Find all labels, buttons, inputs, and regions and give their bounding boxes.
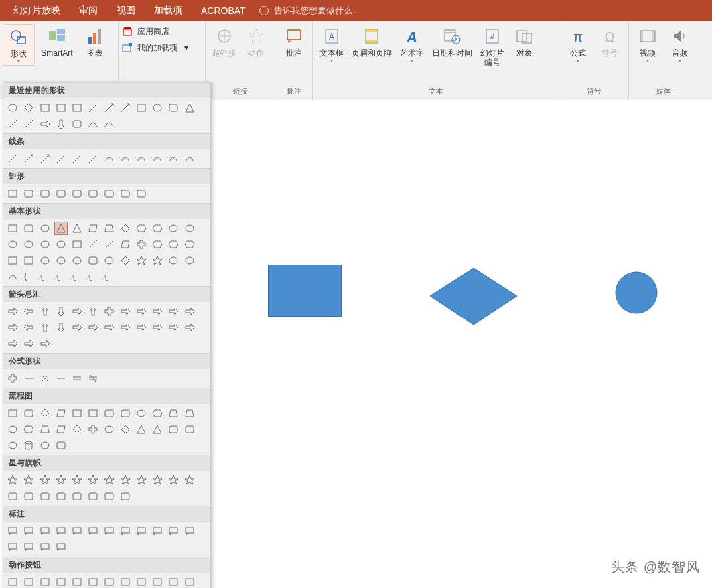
shape-swatch[interactable] (38, 101, 52, 115)
shape-swatch[interactable] (119, 407, 132, 420)
shape-swatch[interactable] (6, 524, 19, 538)
shape-swatch[interactable] (102, 575, 116, 588)
shape-swatch[interactable] (38, 187, 52, 200)
shape-swatch[interactable] (6, 540, 19, 554)
shape-swatch[interactable] (119, 524, 132, 538)
shape-swatch[interactable] (70, 222, 84, 235)
comment-button[interactable]: 批注 (278, 24, 309, 58)
audio-button[interactable]: 音频▾ (664, 24, 696, 64)
shape-swatch[interactable] (86, 524, 100, 538)
shape-swatch[interactable] (86, 254, 100, 267)
shape-swatch[interactable] (167, 524, 180, 538)
shape-swatch[interactable] (38, 524, 52, 538)
shape-swatch[interactable] (135, 423, 148, 436)
slide-canvas[interactable] (214, 107, 712, 561)
shape-swatch[interactable] (119, 423, 132, 436)
shape-swatch[interactable] (38, 490, 52, 503)
shape-swatch[interactable] (6, 337, 19, 350)
shape-swatch[interactable] (38, 152, 52, 165)
shape-swatch[interactable] (38, 372, 52, 385)
shape-swatch[interactable] (135, 575, 148, 588)
shape-swatch[interactable] (70, 152, 84, 165)
shape-swatch[interactable] (22, 101, 35, 115)
shape-swatch[interactable] (102, 321, 116, 334)
shape-swatch[interactable] (135, 238, 148, 251)
shape-swatch[interactable] (54, 490, 68, 503)
shape-swatch[interactable] (54, 524, 68, 538)
textbox-button[interactable]: A 文本框▾ (315, 24, 348, 64)
shape-swatch[interactable] (22, 439, 35, 452)
shape-swatch[interactable] (119, 473, 132, 487)
shape-swatch[interactable] (86, 490, 100, 503)
shape-swatch[interactable] (6, 270, 19, 283)
shape-swatch[interactable] (183, 254, 196, 267)
shape-swatch[interactable] (6, 187, 19, 200)
shape-swatch[interactable] (6, 407, 19, 420)
shape-swatch[interactable] (183, 152, 196, 165)
shape-swatch[interactable] (86, 101, 100, 115)
shape-swatch[interactable] (6, 117, 19, 131)
shape-swatch[interactable] (102, 222, 116, 235)
shape-swatch[interactable] (86, 117, 100, 131)
shape-swatch[interactable] (22, 270, 35, 283)
shape-swatch[interactable] (54, 254, 68, 267)
shape-swatch[interactable] (183, 524, 196, 538)
shape-swatch[interactable] (38, 337, 52, 350)
shape-swatch[interactable] (70, 305, 84, 318)
shape-swatch[interactable] (167, 575, 180, 588)
shape-swatch[interactable] (54, 117, 68, 131)
tab-slideshow[interactable]: 幻灯片放映 (4, 0, 70, 21)
symbol-button[interactable]: Ω 符号 (594, 24, 626, 58)
shape-swatch[interactable] (102, 473, 116, 487)
shape-swatch[interactable] (86, 152, 100, 165)
shape-swatch[interactable] (86, 321, 100, 334)
tab-review[interactable]: 审阅 (70, 0, 107, 21)
shape-swatch[interactable] (38, 321, 52, 334)
shape-swatch[interactable] (119, 490, 132, 503)
shape-swatch[interactable] (167, 407, 180, 420)
shape-swatch[interactable] (22, 321, 35, 334)
shape-swatch[interactable] (54, 439, 68, 452)
shape-swatch[interactable] (22, 540, 35, 554)
shape-swatch[interactable] (54, 407, 68, 420)
shape-swatch[interactable] (151, 222, 164, 235)
datetime-button[interactable]: 日期和时间 (428, 24, 476, 58)
shape-swatch[interactable] (151, 238, 164, 251)
shape-swatch[interactable] (22, 575, 35, 588)
shape-swatch[interactable] (167, 254, 180, 267)
shape-swatch[interactable] (6, 439, 19, 452)
shape-swatch[interactable] (102, 187, 116, 200)
shape-swatch[interactable] (102, 101, 116, 115)
shape-swatch[interactable] (86, 305, 100, 318)
action-button[interactable]: 动作 (240, 24, 273, 58)
shape-swatch[interactable] (70, 372, 84, 385)
shape-swatch[interactable] (22, 407, 35, 420)
shape-rectangle[interactable] (268, 265, 342, 317)
shape-swatch[interactable] (86, 187, 100, 200)
shape-swatch[interactable] (119, 238, 132, 251)
shape-swatch[interactable] (86, 372, 100, 385)
shape-swatch[interactable] (119, 101, 132, 115)
shape-swatch[interactable] (86, 407, 100, 420)
shape-swatch[interactable] (70, 575, 84, 588)
shape-swatch[interactable] (38, 238, 52, 251)
shape-swatch[interactable] (38, 117, 52, 131)
shape-swatch[interactable] (54, 305, 68, 318)
shape-swatch[interactable] (70, 490, 84, 503)
shape-swatch[interactable] (6, 423, 19, 436)
shape-swatch[interactable] (22, 473, 35, 487)
shape-swatch[interactable] (119, 305, 132, 318)
shape-swatch[interactable] (22, 423, 35, 436)
shape-swatch[interactable] (54, 540, 68, 554)
shape-swatch[interactable] (119, 152, 132, 165)
shape-swatch[interactable] (70, 187, 84, 200)
shape-swatch[interactable] (38, 407, 52, 420)
shape-swatch[interactable] (6, 254, 19, 267)
shape-swatch[interactable] (183, 222, 196, 235)
shape-swatch[interactable] (151, 254, 164, 267)
shape-swatch[interactable] (86, 473, 100, 487)
shape-swatch[interactable] (54, 575, 68, 588)
shape-swatch[interactable] (54, 321, 68, 334)
shape-swatch[interactable] (22, 238, 35, 251)
shape-swatch[interactable] (38, 473, 52, 487)
